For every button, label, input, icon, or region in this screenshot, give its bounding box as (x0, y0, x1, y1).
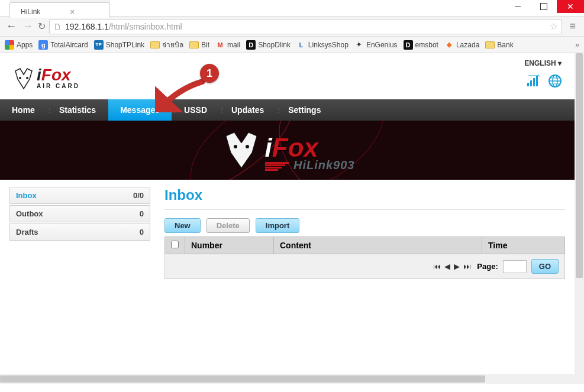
bookmark-icon: D (404, 40, 413, 50)
bookmark-item[interactable]: ◆Lazada (444, 40, 479, 50)
pagination: ⏮ ◀ ▶ ⏭ Page: GO (164, 254, 565, 279)
apps-label: Apps (17, 41, 33, 49)
browser-menu-icon[interactable]: ≡ (566, 20, 579, 33)
brand-i: i (37, 66, 41, 84)
page-header: iFox AIR CARD ENGLISH ▾ (0, 53, 575, 99)
bookmark-folder[interactable]: Bit (189, 41, 209, 49)
brand-logo: iFox AIR CARD (12, 57, 80, 99)
bookmark-item[interactable]: Mmail (215, 40, 240, 50)
sidebar-count: 0 (140, 228, 144, 237)
banner-subtitle: HiLink903 (293, 158, 354, 171)
nav-home[interactable]: Home (0, 99, 47, 121)
nav-settings[interactable]: Settings (276, 99, 333, 121)
svg-rect-1 (530, 80, 532, 86)
back-button[interactable]: ← (5, 20, 18, 33)
bookmark-icon: TP (94, 40, 104, 50)
apps-icon (5, 40, 14, 50)
messages-table: Number Content Time (164, 237, 565, 254)
page-icon: 🗋 (53, 22, 62, 31)
bookmark-item[interactable]: DShopDlink (246, 40, 291, 50)
tab-close-icon[interactable]: × (70, 7, 75, 17)
horizontal-scrollbar[interactable] (0, 374, 575, 384)
browser-tab[interactable]: HiLink × (9, 2, 110, 18)
bookmark-item[interactable]: LLinksysShop (296, 40, 349, 50)
browser-tab-strip: HiLink × (9, 0, 110, 18)
new-button[interactable]: New (164, 218, 201, 233)
svg-rect-0 (527, 83, 529, 86)
page-title: Inbox (164, 187, 565, 210)
svg-point-11 (234, 145, 237, 148)
svg-rect-2 (533, 78, 535, 86)
sidebar-item-inbox[interactable]: Inbox 0/0 (9, 187, 150, 204)
main-nav: Home ⋮ Statistics ⋮ Messages ⋮ USSD ⋮ Up… (0, 99, 575, 121)
pager-prev-icon[interactable]: ◀ (444, 262, 451, 271)
bookmark-item[interactable]: gTotalAircard (38, 40, 88, 50)
banner-bars-icon (265, 161, 289, 171)
select-all-header (165, 237, 185, 254)
sidebar-count: 0 (140, 209, 144, 218)
banner: iFox HiLink903 (0, 121, 575, 180)
window-maximize-button[interactable] (531, 0, 557, 13)
nav-updates[interactable]: Updates (220, 99, 276, 121)
globe-icon (548, 74, 562, 90)
browser-toolbar: ← → ↻ 🗋 192.168.1.1/html/smsinbox.html ☆… (0, 17, 584, 37)
col-content: Content (274, 237, 482, 254)
annotation-arrow-icon (155, 77, 208, 112)
brand-fox: Fox (41, 66, 71, 84)
pager-first-icon[interactable]: ⏮ (433, 262, 442, 271)
bookmark-icon: g (38, 40, 48, 50)
window-minimize-button[interactable] (505, 0, 531, 13)
banner-i: i (265, 133, 272, 162)
sidebar-label: Drafts (16, 228, 38, 237)
bookmark-folder[interactable]: จ่ายบิล (150, 39, 183, 50)
bookmark-item[interactable]: ✦EnGenius (354, 40, 398, 50)
bookmark-folder[interactable]: Bank (485, 41, 513, 49)
bookmark-icon: D (246, 40, 256, 50)
import-button[interactable]: Import (256, 218, 299, 233)
signal-icon (527, 74, 541, 90)
folder-icon (485, 41, 495, 48)
folder-icon (189, 41, 199, 48)
tab-title: HiLink (21, 8, 40, 16)
url-host: 192.168.1.1 (65, 22, 109, 31)
brand-sub: AIR CARD (37, 83, 80, 89)
go-button[interactable]: GO (531, 259, 559, 274)
delete-button[interactable]: Delete (207, 218, 250, 233)
address-bar[interactable]: 🗋 192.168.1.1/html/smsinbox.html ☆ (49, 19, 562, 34)
pager-label: Page: (477, 262, 498, 271)
banner-fox-icon (220, 129, 263, 171)
nav-statistics[interactable]: Statistics (47, 99, 108, 121)
sidebar: Inbox 0/0 Outbox 0 Drafts 0 (9, 187, 150, 279)
vertical-scrollbar[interactable] (575, 53, 584, 384)
sidebar-item-drafts[interactable]: Drafts 0 (9, 223, 150, 241)
bookmark-item[interactable]: Demsbot (404, 40, 438, 50)
bookmark-icon: L (296, 40, 306, 50)
fox-icon (12, 66, 36, 90)
svg-point-12 (246, 145, 249, 148)
annotation-badge: 1 (200, 64, 219, 83)
bookmark-star-icon[interactable]: ☆ (550, 21, 558, 32)
reload-button[interactable]: ↻ (38, 21, 46, 32)
language-selector[interactable]: ENGLISH ▾ (524, 59, 562, 67)
pager-last-icon[interactable]: ⏭ (463, 262, 472, 271)
sidebar-count: 0/0 (133, 191, 144, 200)
bookmark-item[interactable]: TPShopTPLink (94, 40, 144, 50)
bookmark-icon: ✦ (354, 40, 364, 50)
url-path: /html/smsinbox.html (109, 22, 182, 31)
window-close-button[interactable]: ✕ (557, 0, 584, 13)
pager-next-icon[interactable]: ▶ (454, 262, 461, 271)
apps-button[interactable]: Apps (5, 40, 33, 50)
page-viewport: iFox AIR CARD ENGLISH ▾ Home ⋮ Stat (0, 53, 584, 384)
page-number-input[interactable] (503, 260, 527, 273)
sidebar-item-outbox[interactable]: Outbox 0 (9, 205, 150, 222)
col-number: Number (185, 237, 274, 254)
gmail-icon: M (215, 40, 225, 50)
bookmark-icon: ◆ (444, 40, 454, 50)
sidebar-label: Outbox (16, 209, 43, 218)
select-all-checkbox[interactable] (171, 241, 179, 248)
folder-icon (150, 41, 160, 48)
svg-rect-3 (536, 76, 538, 86)
bookmarks-overflow-icon[interactable]: » (575, 41, 579, 49)
sidebar-label: Inbox (16, 191, 37, 200)
forward-button[interactable]: → (21, 20, 34, 33)
